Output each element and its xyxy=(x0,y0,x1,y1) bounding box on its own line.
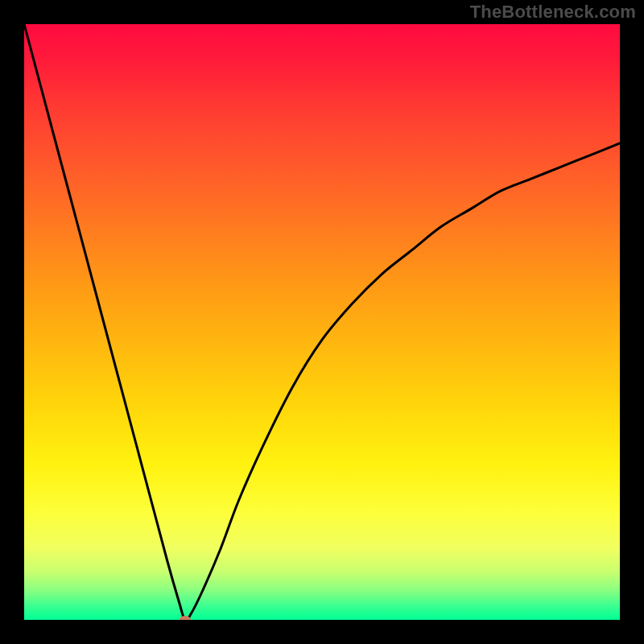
bottleneck-curve-svg xyxy=(24,24,620,620)
plot-area xyxy=(24,24,620,620)
chart-frame: TheBottleneck.com xyxy=(0,0,644,644)
optimal-point-marker xyxy=(180,616,191,620)
watermark-text: TheBottleneck.com xyxy=(470,2,636,23)
bottleneck-curve-path xyxy=(24,24,620,620)
